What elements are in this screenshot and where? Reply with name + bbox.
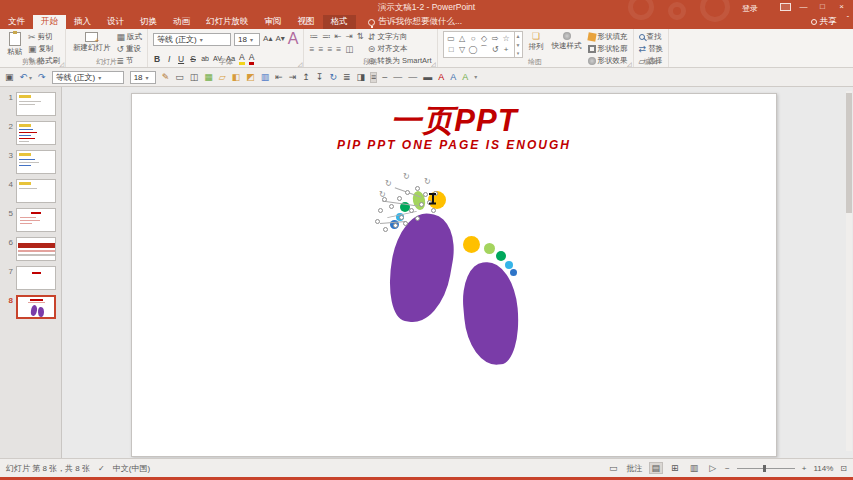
find-button[interactable]: 查找 xyxy=(639,32,664,42)
comments-button[interactable]: 批注 xyxy=(627,463,643,474)
comments-icon[interactable]: ▭ xyxy=(607,463,620,473)
tab-design[interactable]: 设计 xyxy=(99,15,132,29)
normal-view-button[interactable]: ▤ xyxy=(650,463,663,473)
qat-icon[interactable]: ⇥ xyxy=(289,73,297,82)
qat-icon[interactable]: — xyxy=(408,73,417,82)
slide-thumbnail-4[interactable]: 4 xyxy=(5,179,57,203)
qat-icon[interactable]: A xyxy=(438,73,444,82)
slide-counter[interactable]: 幻灯片 第 8 张，共 8 张 xyxy=(6,463,90,474)
slide-thumbnail-7[interactable]: 7 xyxy=(5,266,57,290)
align-left-button[interactable]: ≡ xyxy=(309,44,314,54)
thumbnail-preview[interactable] xyxy=(16,208,56,232)
rotate-handle-icon[interactable] xyxy=(385,180,392,188)
slide-thumbnail-1[interactable]: 1 xyxy=(5,92,57,116)
clear-formatting-button[interactable]: A xyxy=(288,31,299,47)
qat-icon[interactable]: ▱ xyxy=(219,73,226,82)
maximize-button[interactable]: □ xyxy=(813,0,832,14)
resize-handle[interactable] xyxy=(431,208,436,213)
shape-icon[interactable]: ○ xyxy=(471,34,476,43)
copy-button[interactable]: ▣复制 xyxy=(28,44,60,54)
qat-icon[interactable]: ◧ xyxy=(232,73,241,82)
shape-icon[interactable]: ▭ xyxy=(447,34,455,43)
slide-sorter-view-button[interactable]: ⊞ xyxy=(669,463,681,473)
reset-button[interactable]: ↺重设 xyxy=(117,44,143,54)
text-direction-button[interactable]: ⇵文字方向 xyxy=(368,32,432,42)
slide-title[interactable]: 一页PPT xyxy=(132,100,776,142)
bullets-button[interactable]: ≔ xyxy=(309,31,318,41)
tell-me-box[interactable]: 告诉我你想要做什么... xyxy=(368,15,463,29)
shape-icon[interactable]: ⌒ xyxy=(480,44,488,55)
scrollbar-thumb[interactable] xyxy=(846,93,852,213)
qat-icon[interactable]: ⇤ xyxy=(275,73,283,82)
share-button[interactable]: 共享 xyxy=(811,15,843,29)
quick-styles-button[interactable]: 快速样式 xyxy=(550,31,584,58)
resize-handle[interactable] xyxy=(415,186,420,191)
zoom-level[interactable]: 114% xyxy=(813,464,833,473)
qat-icon[interactable]: ◨ xyxy=(356,73,365,82)
shape-icon[interactable]: ☆ xyxy=(502,34,509,43)
font-name-combo[interactable]: 等线 (正文)▾ xyxy=(153,33,231,46)
qat-icon[interactable]: ▭ xyxy=(175,73,184,82)
qat-icon[interactable]: — xyxy=(393,73,402,82)
redo-button[interactable]: ↷ xyxy=(38,73,46,82)
qat-icon[interactable]: A xyxy=(450,73,456,82)
qat-icon[interactable]: ↻ xyxy=(329,73,337,82)
resize-handle[interactable] xyxy=(393,223,398,228)
rotate-handle-icon[interactable] xyxy=(403,173,410,181)
new-slide-button[interactable]: 新建幻灯片 xyxy=(71,31,113,58)
replace-button[interactable]: ⇄替换 xyxy=(639,44,664,54)
right-toe-light-blue[interactable] xyxy=(505,261,513,269)
resize-handle[interactable] xyxy=(403,221,408,226)
shape-outline-button[interactable]: 形状轮廓 xyxy=(588,44,628,54)
collapse-ribbon-icon[interactable]: ˆ xyxy=(843,15,853,29)
resize-handle[interactable] xyxy=(409,208,414,213)
qat-icon[interactable]: ≣ xyxy=(343,73,351,82)
ribbon-display-options-icon[interactable] xyxy=(780,3,791,11)
align-center-button[interactable]: ≡ xyxy=(318,44,323,54)
resize-handle[interactable] xyxy=(397,196,402,201)
arrange-button[interactable]: ❏ 排列 xyxy=(527,31,546,58)
spell-check-icon[interactable]: ✓ xyxy=(98,464,105,473)
shape-icon[interactable]: + xyxy=(504,45,509,54)
qat-icon[interactable]: A xyxy=(462,73,468,82)
shape-icon[interactable]: ▽ xyxy=(459,45,465,54)
close-button[interactable]: × xyxy=(832,0,851,14)
resize-handle[interactable] xyxy=(399,215,404,220)
zoom-out-button[interactable]: − xyxy=(725,464,730,473)
thumbnail-preview[interactable] xyxy=(16,237,56,261)
chevron-down-icon[interactable]: ▾ xyxy=(29,74,32,81)
slide-thumbnail-6[interactable]: 6 xyxy=(5,237,57,261)
qat-icon[interactable]: ↧ xyxy=(316,73,324,82)
tab-home[interactable]: 开始 xyxy=(33,15,66,29)
increase-indent-button[interactable]: ⇥ xyxy=(346,31,353,41)
fit-to-window-icon[interactable]: ⊡ xyxy=(840,464,847,473)
qat-icon[interactable]: ≡ xyxy=(371,73,376,82)
paste-button[interactable]: 粘贴 xyxy=(5,31,24,58)
dialog-launcher-icon[interactable] xyxy=(298,60,303,67)
shapes-gallery[interactable]: ▭ △ ○ ◇ ⇨ ☆ □ ▽ ◯ ⌒ ↺ + xyxy=(443,31,515,58)
qat-font-size-combo[interactable]: 18▾ xyxy=(130,71,156,84)
save-button[interactable]: ▣ xyxy=(5,73,14,82)
zoom-slider-thumb[interactable] xyxy=(763,465,766,472)
resize-handle[interactable] xyxy=(419,202,424,207)
grow-font-button[interactable]: A▴ xyxy=(263,35,272,43)
qat-icon[interactable]: ◩ xyxy=(246,73,255,82)
line-spacing-button[interactable]: ⇅ xyxy=(357,31,364,41)
right-toe-light-green[interactable] xyxy=(484,243,495,254)
language-indicator[interactable]: 中文(中国) xyxy=(113,463,150,474)
qat-icon[interactable]: ▬ xyxy=(423,73,432,82)
thumbnail-preview[interactable] xyxy=(16,266,56,290)
account-user-label[interactable]: 登录 xyxy=(742,3,758,14)
cut-button[interactable]: ✂剪切 xyxy=(28,32,60,42)
align-right-button[interactable]: ≡ xyxy=(327,44,332,54)
thumbnail-preview[interactable] xyxy=(16,179,56,203)
qat-font-name-combo[interactable]: 等线 (正文)▾ xyxy=(52,71,124,84)
resize-handle[interactable] xyxy=(423,192,428,197)
resize-handle[interactable] xyxy=(375,219,380,224)
qat-icon[interactable]: – xyxy=(382,73,387,82)
thumbnail-preview[interactable] xyxy=(16,92,56,116)
slide-subtitle[interactable]: PIP PPT ONE PAGE IS ENOUGH xyxy=(132,138,776,152)
minimize-button[interactable]: — xyxy=(794,0,813,14)
layout-button[interactable]: ▦版式 xyxy=(117,32,143,42)
thumbnail-preview[interactable] xyxy=(16,121,56,145)
